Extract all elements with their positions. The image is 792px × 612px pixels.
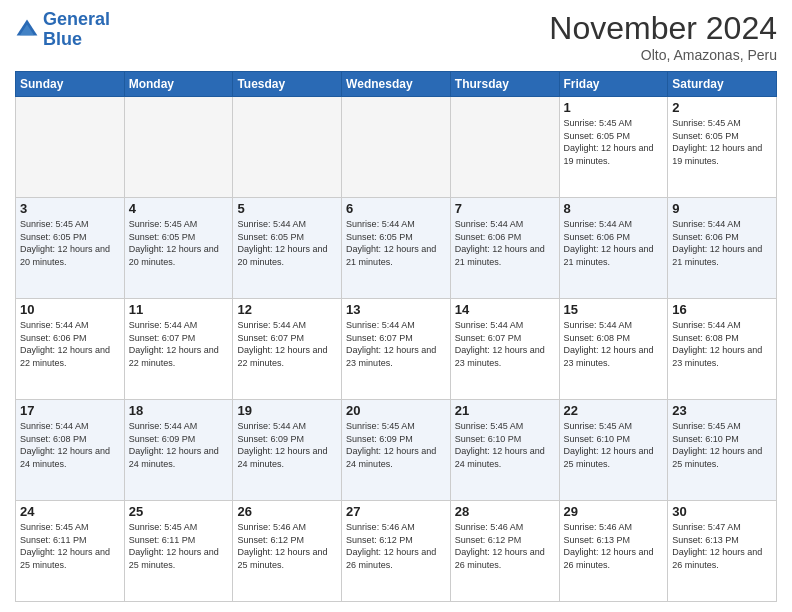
day-info: Sunrise: 5:44 AM Sunset: 6:06 PM Dayligh… [455,218,555,268]
day-number: 21 [455,403,555,418]
day-number: 23 [672,403,772,418]
day-info: Sunrise: 5:46 AM Sunset: 6:12 PM Dayligh… [455,521,555,571]
calendar-cell [450,97,559,198]
header: General Blue November 2024 Olto, Amazona… [15,10,777,63]
logo-line1: General [43,9,110,29]
day-number: 22 [564,403,664,418]
calendar-cell: 19Sunrise: 5:44 AM Sunset: 6:09 PM Dayli… [233,400,342,501]
logo-line2: Blue [43,29,82,49]
calendar-cell [233,97,342,198]
month-title: November 2024 [549,10,777,47]
calendar-cell [16,97,125,198]
day-info: Sunrise: 5:44 AM Sunset: 6:06 PM Dayligh… [672,218,772,268]
day-info: Sunrise: 5:44 AM Sunset: 6:07 PM Dayligh… [346,319,446,369]
day-info: Sunrise: 5:44 AM Sunset: 6:05 PM Dayligh… [346,218,446,268]
day-info: Sunrise: 5:44 AM Sunset: 6:06 PM Dayligh… [564,218,664,268]
day-number: 9 [672,201,772,216]
day-info: Sunrise: 5:44 AM Sunset: 6:06 PM Dayligh… [20,319,120,369]
day-info: Sunrise: 5:45 AM Sunset: 6:11 PM Dayligh… [20,521,120,571]
calendar-cell: 4Sunrise: 5:45 AM Sunset: 6:05 PM Daylig… [124,198,233,299]
day-number: 27 [346,504,446,519]
day-number: 17 [20,403,120,418]
day-number: 15 [564,302,664,317]
day-info: Sunrise: 5:45 AM Sunset: 6:09 PM Dayligh… [346,420,446,470]
calendar-cell [124,97,233,198]
header-monday: Monday [124,72,233,97]
calendar-cell: 11Sunrise: 5:44 AM Sunset: 6:07 PM Dayli… [124,299,233,400]
calendar-cell: 10Sunrise: 5:44 AM Sunset: 6:06 PM Dayli… [16,299,125,400]
header-saturday: Saturday [668,72,777,97]
calendar-cell: 5Sunrise: 5:44 AM Sunset: 6:05 PM Daylig… [233,198,342,299]
calendar-body: 1Sunrise: 5:45 AM Sunset: 6:05 PM Daylig… [16,97,777,602]
header-wednesday: Wednesday [342,72,451,97]
day-info: Sunrise: 5:44 AM Sunset: 6:09 PM Dayligh… [237,420,337,470]
calendar-cell: 14Sunrise: 5:44 AM Sunset: 6:07 PM Dayli… [450,299,559,400]
calendar-cell: 7Sunrise: 5:44 AM Sunset: 6:06 PM Daylig… [450,198,559,299]
calendar-cell: 21Sunrise: 5:45 AM Sunset: 6:10 PM Dayli… [450,400,559,501]
day-number: 8 [564,201,664,216]
day-number: 3 [20,201,120,216]
day-info: Sunrise: 5:44 AM Sunset: 6:08 PM Dayligh… [564,319,664,369]
day-info: Sunrise: 5:44 AM Sunset: 6:08 PM Dayligh… [672,319,772,369]
calendar-cell: 27Sunrise: 5:46 AM Sunset: 6:12 PM Dayli… [342,501,451,602]
calendar-cell: 1Sunrise: 5:45 AM Sunset: 6:05 PM Daylig… [559,97,668,198]
calendar-cell: 23Sunrise: 5:45 AM Sunset: 6:10 PM Dayli… [668,400,777,501]
calendar: Sunday Monday Tuesday Wednesday Thursday… [15,71,777,602]
calendar-cell: 24Sunrise: 5:45 AM Sunset: 6:11 PM Dayli… [16,501,125,602]
header-thursday: Thursday [450,72,559,97]
day-info: Sunrise: 5:46 AM Sunset: 6:12 PM Dayligh… [237,521,337,571]
calendar-cell: 29Sunrise: 5:46 AM Sunset: 6:13 PM Dayli… [559,501,668,602]
calendar-cell: 17Sunrise: 5:44 AM Sunset: 6:08 PM Dayli… [16,400,125,501]
calendar-cell: 9Sunrise: 5:44 AM Sunset: 6:06 PM Daylig… [668,198,777,299]
day-number: 29 [564,504,664,519]
calendar-cell: 13Sunrise: 5:44 AM Sunset: 6:07 PM Dayli… [342,299,451,400]
day-number: 28 [455,504,555,519]
day-info: Sunrise: 5:47 AM Sunset: 6:13 PM Dayligh… [672,521,772,571]
calendar-week-2: 3Sunrise: 5:45 AM Sunset: 6:05 PM Daylig… [16,198,777,299]
day-info: Sunrise: 5:45 AM Sunset: 6:05 PM Dayligh… [20,218,120,268]
day-info: Sunrise: 5:44 AM Sunset: 6:05 PM Dayligh… [237,218,337,268]
calendar-cell: 6Sunrise: 5:44 AM Sunset: 6:05 PM Daylig… [342,198,451,299]
day-number: 30 [672,504,772,519]
calendar-cell: 26Sunrise: 5:46 AM Sunset: 6:12 PM Dayli… [233,501,342,602]
day-info: Sunrise: 5:44 AM Sunset: 6:07 PM Dayligh… [237,319,337,369]
day-number: 10 [20,302,120,317]
calendar-cell: 16Sunrise: 5:44 AM Sunset: 6:08 PM Dayli… [668,299,777,400]
title-area: November 2024 Olto, Amazonas, Peru [549,10,777,63]
calendar-cell: 25Sunrise: 5:45 AM Sunset: 6:11 PM Dayli… [124,501,233,602]
page: General Blue November 2024 Olto, Amazona… [0,0,792,612]
calendar-cell: 28Sunrise: 5:46 AM Sunset: 6:12 PM Dayli… [450,501,559,602]
day-number: 19 [237,403,337,418]
day-info: Sunrise: 5:45 AM Sunset: 6:10 PM Dayligh… [672,420,772,470]
day-number: 6 [346,201,446,216]
day-number: 13 [346,302,446,317]
day-info: Sunrise: 5:45 AM Sunset: 6:11 PM Dayligh… [129,521,229,571]
day-number: 24 [20,504,120,519]
logo: General Blue [15,10,110,50]
calendar-cell: 8Sunrise: 5:44 AM Sunset: 6:06 PM Daylig… [559,198,668,299]
calendar-header: Sunday Monday Tuesday Wednesday Thursday… [16,72,777,97]
day-number: 1 [564,100,664,115]
day-info: Sunrise: 5:44 AM Sunset: 6:07 PM Dayligh… [129,319,229,369]
calendar-cell: 30Sunrise: 5:47 AM Sunset: 6:13 PM Dayli… [668,501,777,602]
day-info: Sunrise: 5:44 AM Sunset: 6:09 PM Dayligh… [129,420,229,470]
day-info: Sunrise: 5:45 AM Sunset: 6:10 PM Dayligh… [564,420,664,470]
calendar-week-1: 1Sunrise: 5:45 AM Sunset: 6:05 PM Daylig… [16,97,777,198]
subtitle: Olto, Amazonas, Peru [549,47,777,63]
logo-text: General Blue [43,10,110,50]
day-number: 4 [129,201,229,216]
calendar-cell: 20Sunrise: 5:45 AM Sunset: 6:09 PM Dayli… [342,400,451,501]
calendar-week-4: 17Sunrise: 5:44 AM Sunset: 6:08 PM Dayli… [16,400,777,501]
day-info: Sunrise: 5:44 AM Sunset: 6:08 PM Dayligh… [20,420,120,470]
calendar-cell: 18Sunrise: 5:44 AM Sunset: 6:09 PM Dayli… [124,400,233,501]
logo-icon [15,18,39,42]
calendar-week-5: 24Sunrise: 5:45 AM Sunset: 6:11 PM Dayli… [16,501,777,602]
day-number: 20 [346,403,446,418]
day-number: 2 [672,100,772,115]
weekday-header-row: Sunday Monday Tuesday Wednesday Thursday… [16,72,777,97]
day-number: 14 [455,302,555,317]
day-number: 18 [129,403,229,418]
day-number: 11 [129,302,229,317]
header-friday: Friday [559,72,668,97]
day-info: Sunrise: 5:46 AM Sunset: 6:12 PM Dayligh… [346,521,446,571]
